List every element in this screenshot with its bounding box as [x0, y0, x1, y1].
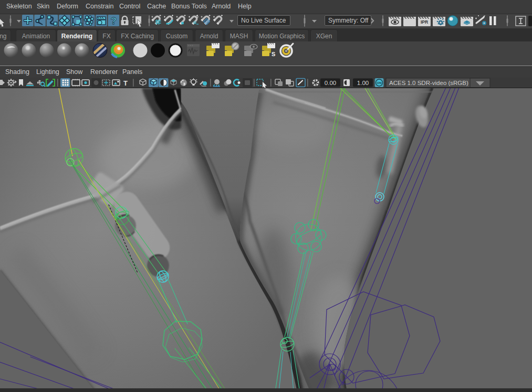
svg-text:1.00: 1.00	[357, 80, 369, 86]
svg-text:T: T	[123, 79, 128, 87]
svg-text:IPR: IPR	[421, 19, 428, 25]
svg-text:0.00: 0.00	[325, 80, 336, 86]
svg-text:ON: ON	[377, 81, 382, 84]
svg-text:S: S	[272, 51, 275, 57]
svg-text:?: ?	[110, 15, 117, 26]
svg-text:ACES 1.0 SDR-video (sRGB): ACES 1.0 SDR-video (sRGB)	[389, 80, 468, 86]
